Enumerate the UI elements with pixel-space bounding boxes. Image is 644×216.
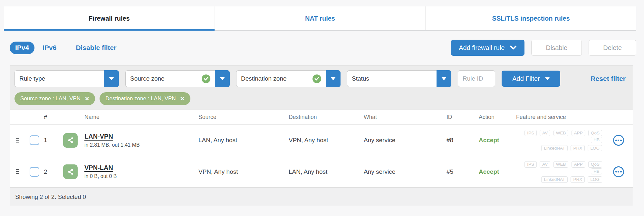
header-number: # xyxy=(43,114,63,121)
rule-action: Accept xyxy=(479,168,516,175)
rule-type-share-icon xyxy=(63,133,78,148)
rule-destination: LAN, Any host xyxy=(289,168,364,175)
destination-zone-dropdown: Destination zone xyxy=(236,70,341,87)
add-firewall-rule-label: Add firewall rule xyxy=(459,44,505,52)
source-zone-dropdown: Source zone xyxy=(125,70,230,87)
filter-applied-check-icon xyxy=(312,74,321,83)
drag-handle[interactable] xyxy=(10,169,24,174)
disable-filter-link[interactable]: Disable filter xyxy=(76,44,116,52)
filter-applied-check-icon xyxy=(202,74,210,83)
ipv6-toggle[interactable]: IPv6 xyxy=(43,44,56,52)
header-destination: Destination xyxy=(289,114,364,121)
rule-type-label: Rule type xyxy=(19,75,45,82)
remove-filter-icon[interactable]: ✕ xyxy=(85,95,89,102)
grip-icon xyxy=(16,138,19,143)
ipv4-label: IPv4 xyxy=(15,44,29,52)
filter-panel: Rule type Source zone Destination zone xyxy=(10,65,633,110)
badge-prx: PRX xyxy=(571,176,585,183)
filter-chip-label: Destination zone : LAN, VPN xyxy=(105,95,176,102)
table-row: 1 LAN-VPN in 2.81 MB, out 1.41 MB LAN, A… xyxy=(10,125,633,156)
tab-ssl-tls-rules-label: SSL/TLS inspection rules xyxy=(492,15,570,22)
disable-button[interactable]: Disable xyxy=(531,40,582,56)
ipv4-toggle[interactable]: IPv4 xyxy=(10,42,34,54)
drag-handle[interactable] xyxy=(10,138,24,143)
tab-ssl-tls-inspection-rules[interactable]: SSL/TLS inspection rules xyxy=(425,6,636,30)
badge-linkednat: LinkedNAT xyxy=(541,145,568,152)
header-source: Source xyxy=(198,114,289,121)
triangle-down-icon xyxy=(331,77,336,80)
badge-qos: QoS xyxy=(588,161,602,168)
reset-filter-link[interactable]: Reset filter xyxy=(591,75,628,83)
triangle-down-icon xyxy=(109,77,114,80)
source-zone-dropdown-button[interactable] xyxy=(215,70,230,87)
add-filter-button[interactable]: Add Filter xyxy=(502,71,560,87)
badge-app: APP xyxy=(572,130,585,136)
rule-id: #8 xyxy=(447,137,479,144)
triangle-down-icon xyxy=(545,77,550,80)
rule-traffic-stats: in 0 B, out 0 B xyxy=(84,173,117,179)
rule-type-share-icon xyxy=(63,164,78,179)
rule-action: Accept xyxy=(479,137,516,144)
tab-firewall-rules[interactable]: Firewall rules xyxy=(4,6,215,30)
status-field[interactable]: Status xyxy=(347,70,437,87)
add-firewall-rule-button[interactable]: Add firewall rule xyxy=(451,40,524,56)
rule-number: 2 xyxy=(43,168,63,175)
destination-zone-field[interactable]: Destination zone xyxy=(236,70,326,87)
rule-source: LAN, Any host xyxy=(198,137,289,144)
badge-av: AV xyxy=(540,130,550,136)
table-footer: Showing 2 of 2. Selected 0 xyxy=(10,188,633,206)
badge-log: LOG xyxy=(588,145,602,152)
filter-chip-source-zone: Source zone : LAN, VPN ✕ xyxy=(14,92,95,105)
remove-filter-icon[interactable]: ✕ xyxy=(180,95,185,102)
delete-button[interactable]: Delete xyxy=(589,40,636,56)
rule-id-input[interactable] xyxy=(458,70,495,87)
filter-chip-destination-zone: Destination zone : LAN, VPN ✕ xyxy=(100,92,190,105)
source-zone-field[interactable]: Source zone xyxy=(125,70,215,87)
chevron-down-icon xyxy=(510,45,517,50)
grip-icon xyxy=(16,169,19,174)
row-checkbox[interactable] xyxy=(30,167,39,177)
header-action: Action xyxy=(479,114,516,121)
triangle-down-icon xyxy=(220,77,225,80)
badge-hb: HB xyxy=(591,168,602,175)
rule-name-link[interactable]: VPN-LAN xyxy=(84,164,113,172)
header-id: ID xyxy=(447,114,479,121)
rule-traffic-stats: in 2.81 MB, out 1.41 MB xyxy=(84,142,140,148)
showing-summary: Showing 2 of 2. Selected 0 xyxy=(15,193,86,201)
triangle-down-icon xyxy=(441,77,447,80)
table-header-row: # Name Source Destination What ID Action… xyxy=(10,110,633,125)
feature-badges: IPS AV WEB APP QoS HB LinkedNAT PRX LOG xyxy=(516,161,604,183)
rule-what: Any service xyxy=(364,168,447,175)
rule-what: Any service xyxy=(364,137,447,144)
firewall-rules-table: # Name Source Destination What ID Action… xyxy=(10,110,633,188)
rule-type-dropdown-button[interactable] xyxy=(104,70,119,87)
feature-badges: IPS AV WEB APP QoS HB LinkedNAT PRX LOG xyxy=(516,129,604,152)
badge-log: LOG xyxy=(588,176,602,183)
destination-zone-label: Destination zone xyxy=(241,75,287,82)
filter-row: Rule type Source zone Destination zone xyxy=(14,70,628,87)
header-what: What xyxy=(364,114,447,121)
rule-id: #5 xyxy=(447,168,479,175)
add-filter-label: Add Filter xyxy=(512,75,540,83)
row-menu-ellipsis-button[interactable] xyxy=(613,135,624,146)
source-zone-label: Source zone xyxy=(130,75,165,82)
badge-qos: QoS xyxy=(588,130,602,136)
badge-app: APP xyxy=(572,161,585,168)
filter-chip-label: Source zone : LAN, VPN xyxy=(20,95,81,102)
tab-bar: Firewall rules NAT rules SSL/TLS inspect… xyxy=(4,6,636,31)
row-menu-ellipsis-button[interactable] xyxy=(613,166,624,177)
rule-name-link[interactable]: LAN-VPN xyxy=(84,133,113,140)
rule-type-field[interactable]: Rule type xyxy=(14,70,104,87)
status-dropdown-button[interactable] xyxy=(437,70,451,87)
header-name: Name xyxy=(63,114,198,121)
tab-nat-rules[interactable]: NAT rules xyxy=(215,6,426,30)
table-row: 2 VPN-LAN in 0 B, out 0 B VPN, Any host … xyxy=(10,156,633,187)
badge-web: WEB xyxy=(553,161,569,168)
status-label: Status xyxy=(352,75,369,82)
badge-linkednat: LinkedNAT xyxy=(541,176,568,183)
destination-zone-dropdown-button[interactable] xyxy=(326,70,341,87)
badge-ips: IPS xyxy=(524,161,537,168)
badge-prx: PRX xyxy=(571,145,585,152)
active-filter-chips: Source zone : LAN, VPN ✕ Destination zon… xyxy=(14,92,628,105)
row-checkbox[interactable] xyxy=(30,135,39,145)
